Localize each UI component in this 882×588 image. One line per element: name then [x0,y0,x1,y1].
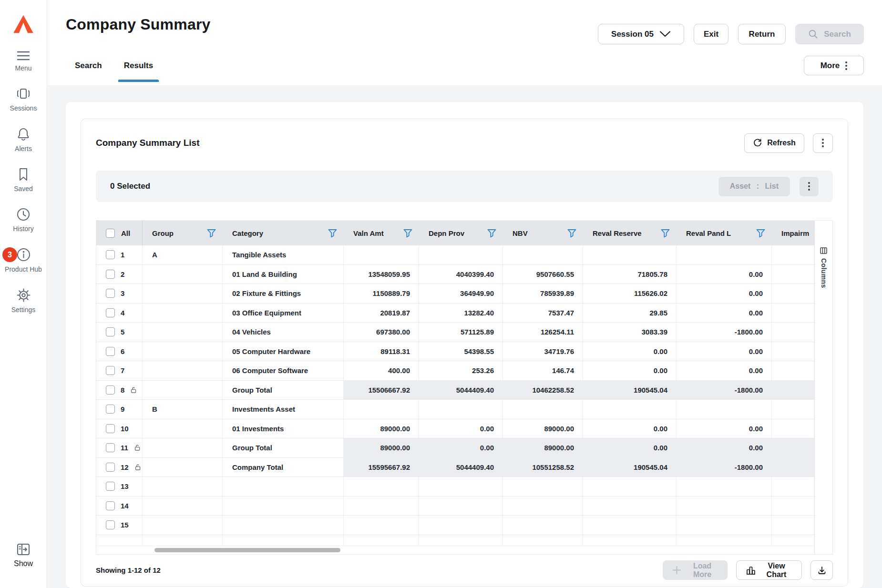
row-checkbox[interactable] [106,308,115,317]
cell-category: 06 Computer Software [223,361,344,380]
cell-impairm [772,361,814,380]
refresh-button[interactable]: Refresh [744,133,804,153]
row-number: 5 [121,328,124,336]
row-checkbox[interactable] [106,482,115,491]
cell-valn-amt: 89118.31 [344,342,419,361]
cell-nbv: 89000.00 [503,419,583,438]
row-checkbox[interactable] [106,327,115,336]
cell-reval-pand-l: 0.00 [677,265,772,284]
asset-list-toggle[interactable]: Asset : List [718,177,790,196]
gear-icon [16,288,31,303]
cell-category: 02 Fixture & Fittings [223,284,344,303]
table-row-14: 14 [96,497,814,516]
row-checkbox[interactable] [106,250,115,259]
row-checkbox[interactable] [106,424,115,433]
search-button-label: Search [824,30,851,39]
columns-tab[interactable]: Columns [814,221,832,554]
row-checkbox[interactable] [106,366,115,375]
cell-group: A [143,245,223,264]
session-dropdown-label: Session 05 [611,30,654,39]
scrollbar-thumb[interactable] [154,548,340,552]
tab-search[interactable]: Search [75,61,102,82]
cell-nbv: 126254.11 [503,323,583,342]
sidebar-item-settings[interactable]: Settings [5,288,42,314]
row-checkbox[interactable] [106,347,115,356]
sidebar-item-show[interactable]: Show [0,543,47,568]
toolbar-kebab-button[interactable] [800,177,819,196]
lock-icon [134,464,141,471]
bookmark-icon [17,167,30,182]
more-button[interactable]: More [804,56,864,75]
view-chart-button[interactable]: View Chart [736,560,802,580]
table-row-15: 15 [96,516,814,535]
cell-valn-amt: 400.00 [344,361,419,380]
refresh-button-label: Refresh [767,139,796,147]
row-checkbox[interactable] [106,405,115,414]
exit-button[interactable]: Exit [694,24,728,44]
filter-icon[interactable] [403,228,413,238]
tab-results[interactable]: Results [124,61,153,82]
search-button[interactable]: Search [795,24,864,44]
row-select-cell: 15 [96,516,143,535]
cell-group [143,516,223,535]
row-number: 11 [121,444,128,452]
brand-logo-icon[interactable] [11,12,35,36]
header-buttons: Session 05 Exit Return Search [598,24,864,44]
cell-impairm [772,265,814,284]
cell-reval-pand-l: 0.00 [677,342,772,361]
select-all-checkbox[interactable] [106,229,115,238]
filter-icon[interactable] [206,228,216,238]
sidebar-item-alerts[interactable]: Alerts [5,127,42,153]
cell-group [143,304,223,323]
filter-icon[interactable] [756,228,766,238]
table-row-7: 706 Computer Software400.00253.26146.740… [96,361,814,381]
row-number: 1 [121,251,124,259]
cell-reval-reserve: 0.00 [583,342,677,361]
cell-reval-pand-l: 0.00 [677,284,772,303]
cell-valn-amt [344,245,419,264]
filter-icon[interactable] [660,228,670,238]
sidebar-item-saved[interactable]: Saved [5,167,42,193]
sidebar-item-history[interactable]: History [5,207,42,233]
cell-reval-pand-l: 0.00 [677,304,772,323]
kebab-icon [822,139,824,147]
table-row-2: 201 Land & Building13548059.954040399.40… [96,265,814,284]
row-checkbox[interactable] [106,501,115,510]
cell-depn-prov: 13282.40 [419,304,503,323]
cell-impairm [772,438,814,457]
row-number: 10 [121,425,129,433]
filter-icon[interactable] [328,228,338,238]
bell-icon [16,127,31,142]
panel-kebab-button[interactable] [813,133,833,153]
download-button[interactable] [810,560,833,580]
filter-icon[interactable] [487,228,497,238]
return-button[interactable]: Return [738,24,786,44]
data-grid: AllGroupCategoryValn AmtDepn ProvNBVReva… [96,221,814,554]
sidebar-item-menu[interactable]: Menu [5,51,42,72]
cell-depn-prov [419,516,503,535]
cell-nbv: 34719.76 [503,342,583,361]
row-checkbox[interactable] [106,289,115,298]
cell-category: Group Total [223,381,344,400]
row-checkbox[interactable] [106,520,115,529]
column-label: All [121,229,130,237]
cell-depn-prov: 5044409.40 [419,458,503,477]
row-checkbox[interactable] [106,443,115,452]
row-checkbox[interactable] [106,385,115,395]
cell-reval-reserve [583,245,677,264]
row-checkbox[interactable] [106,463,115,472]
table-row-4: 403 Office Equipment20819.8713282.407537… [96,304,814,323]
panel-expand-icon [16,543,31,556]
cell-valn-amt: 20819.87 [344,304,419,323]
load-more-button[interactable]: Load More [663,560,728,580]
sidebar-label-show: Show [14,559,33,568]
cell-group [143,497,223,516]
cell-reval-reserve: 0.00 [583,361,677,380]
session-dropdown[interactable]: Session 05 [598,24,684,44]
column-header-impairm: Impairm [772,221,814,245]
row-checkbox[interactable] [106,270,115,279]
filter-icon[interactable] [567,228,577,238]
sidebar-item-sessions[interactable]: Sessions [5,87,42,112]
cell-nbv: 10551258.52 [503,458,583,477]
cell-reval-reserve: 71805.78 [583,265,677,284]
